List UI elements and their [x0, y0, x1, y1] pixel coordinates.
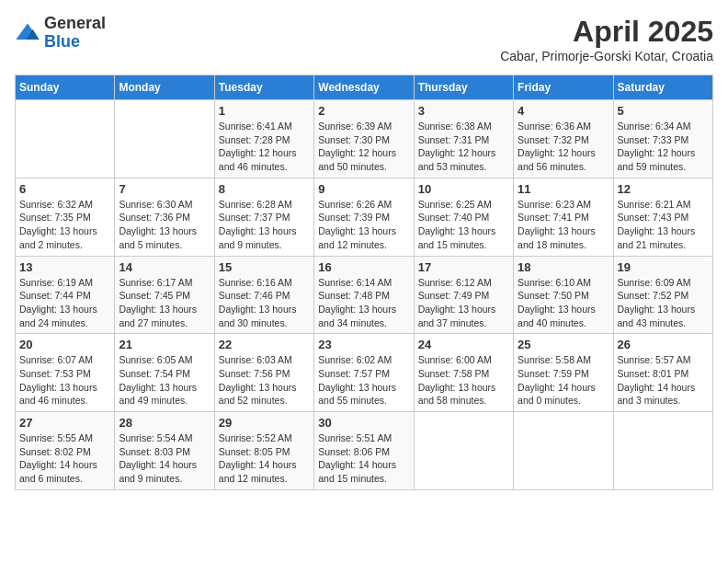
day-number: 26: [618, 338, 709, 351]
day-info-line: Sunrise: 6:28 AM: [219, 199, 292, 210]
day-info-line: Daylight: 13 hours and 55 minutes.: [318, 382, 396, 407]
calendar-cell: 6Sunrise: 6:32 AMSunset: 7:35 PMDaylight…: [16, 178, 115, 256]
day-info-line: Sunset: 7:50 PM: [518, 290, 589, 301]
calendar-cell: 3Sunrise: 6:38 AMSunset: 7:31 PMDaylight…: [414, 100, 513, 178]
day-info: Sunrise: 6:10 AMSunset: 7:50 PMDaylight:…: [518, 276, 609, 330]
day-info-line: Sunset: 7:41 PM: [518, 212, 589, 223]
logo-general: General: [44, 15, 106, 33]
day-number: 25: [518, 338, 609, 351]
calendar-cell: 29Sunrise: 5:52 AMSunset: 8:05 PMDayligh…: [214, 412, 313, 490]
day-info-line: Daylight: 13 hours and 43 minutes.: [618, 304, 696, 328]
day-info-line: Sunset: 8:01 PM: [618, 368, 689, 379]
day-info-line: Sunrise: 6:26 AM: [318, 199, 392, 210]
calendar-body: 1Sunrise: 6:41 AMSunset: 7:28 PMDaylight…: [16, 100, 713, 490]
calendar-week-5: 27Sunrise: 5:55 AMSunset: 8:02 PMDayligh…: [16, 412, 713, 490]
day-info-line: Daylight: 13 hours and 21 minutes.: [618, 225, 696, 250]
day-info-line: Daylight: 13 hours and 46 minutes.: [19, 382, 97, 407]
day-info-line: Daylight: 13 hours and 40 minutes.: [518, 304, 596, 328]
calendar-cell: 14Sunrise: 6:17 AMSunset: 7:45 PMDayligh…: [115, 256, 214, 334]
day-info: Sunrise: 6:14 AMSunset: 7:48 PMDaylight:…: [318, 276, 409, 330]
day-info-line: Sunset: 7:49 PM: [418, 290, 490, 301]
day-number: 1: [219, 104, 310, 118]
day-number: 9: [318, 182, 409, 196]
day-info-line: Sunrise: 5:51 AM: [318, 432, 392, 443]
day-info: Sunrise: 5:54 AMSunset: 8:03 PMDaylight:…: [119, 431, 210, 486]
day-info-line: Sunset: 7:58 PM: [418, 368, 490, 379]
calendar-cell: 13Sunrise: 6:19 AMSunset: 7:44 PMDayligh…: [16, 256, 115, 334]
calendar-cell: 7Sunrise: 6:30 AMSunset: 7:36 PMDaylight…: [115, 178, 214, 256]
day-info: Sunrise: 6:36 AMSunset: 7:32 PMDaylight:…: [518, 120, 609, 174]
calendar-cell: 5Sunrise: 6:34 AMSunset: 7:33 PMDaylight…: [613, 100, 712, 178]
day-info-line: Sunset: 7:33 PM: [618, 134, 689, 145]
calendar-cell: [414, 412, 513, 490]
col-sunday: Sunday: [16, 75, 115, 100]
day-info: Sunrise: 6:39 AMSunset: 7:30 PMDaylight:…: [318, 120, 409, 174]
day-info-line: Sunset: 7:36 PM: [119, 212, 190, 223]
day-info-line: Daylight: 14 hours and 0 minutes.: [518, 382, 596, 407]
day-info-line: Sunrise: 6:14 AM: [318, 277, 392, 288]
day-number: 21: [119, 338, 210, 351]
day-info-line: Daylight: 12 hours and 59 minutes.: [618, 147, 696, 172]
calendar-cell: 12Sunrise: 6:21 AMSunset: 7:43 PMDayligh…: [613, 178, 712, 256]
day-info-line: Sunset: 8:05 PM: [219, 446, 290, 457]
day-number: 2: [318, 104, 409, 118]
day-info-line: Sunset: 7:37 PM: [219, 212, 290, 223]
calendar-cell: 26Sunrise: 5:57 AMSunset: 8:01 PMDayligh…: [613, 334, 712, 412]
day-info-line: Sunrise: 6:17 AM: [119, 277, 192, 288]
day-number: 22: [219, 338, 310, 351]
day-info-line: Sunset: 7:44 PM: [19, 290, 91, 301]
header-row: Sunday Monday Tuesday Wednesday Thursday…: [16, 75, 713, 100]
day-info: Sunrise: 6:34 AMSunset: 7:33 PMDaylight:…: [618, 120, 709, 174]
day-info-line: Daylight: 13 hours and 9 minutes.: [219, 225, 297, 250]
day-info-line: Daylight: 14 hours and 9 minutes.: [119, 459, 197, 484]
day-info-line: Daylight: 13 hours and 37 minutes.: [418, 304, 496, 328]
day-info-line: Sunset: 7:56 PM: [219, 368, 290, 379]
day-info-line: Sunset: 7:32 PM: [518, 134, 589, 145]
location-subtitle: Cabar, Primorje-Gorski Kotar, Croatia: [500, 49, 713, 63]
day-number: 12: [618, 182, 709, 196]
calendar-week-3: 13Sunrise: 6:19 AMSunset: 7:44 PMDayligh…: [16, 256, 713, 334]
day-info-line: Sunset: 7:43 PM: [618, 212, 689, 223]
day-info-line: Sunset: 7:45 PM: [119, 290, 190, 301]
day-info-line: Sunrise: 5:58 AM: [518, 354, 591, 365]
col-tuesday: Tuesday: [214, 75, 313, 100]
day-info-line: Sunset: 7:35 PM: [19, 212, 91, 223]
day-info-line: Daylight: 13 hours and 15 minutes.: [418, 225, 496, 250]
day-number: 15: [219, 260, 310, 274]
day-info: Sunrise: 6:38 AMSunset: 7:31 PMDaylight:…: [418, 120, 509, 174]
day-info-line: Sunset: 7:39 PM: [318, 212, 390, 223]
day-info: Sunrise: 5:57 AMSunset: 8:01 PMDaylight:…: [618, 353, 709, 408]
day-info-line: Daylight: 14 hours and 12 minutes.: [219, 459, 297, 484]
day-info: Sunrise: 6:25 AMSunset: 7:40 PMDaylight:…: [418, 198, 509, 252]
day-info: Sunrise: 6:00 AMSunset: 7:58 PMDaylight:…: [418, 353, 509, 408]
calendar-cell: [16, 100, 115, 178]
day-number: 14: [119, 260, 210, 274]
day-number: 16: [318, 260, 409, 274]
day-info-line: Sunrise: 5:55 AM: [19, 432, 93, 443]
calendar-cell: 20Sunrise: 6:07 AMSunset: 7:53 PMDayligh…: [16, 334, 115, 412]
day-info-line: Sunset: 7:46 PM: [219, 290, 290, 301]
col-saturday: Saturday: [613, 75, 712, 100]
day-info-line: Daylight: 14 hours and 15 minutes.: [318, 459, 396, 484]
day-info-line: Daylight: 14 hours and 3 minutes.: [618, 382, 696, 407]
day-info-line: Daylight: 13 hours and 18 minutes.: [518, 225, 596, 250]
day-number: 13: [19, 260, 110, 274]
day-info: Sunrise: 5:58 AMSunset: 7:59 PMDaylight:…: [518, 353, 609, 408]
logo-blue: Blue: [44, 33, 106, 52]
col-friday: Friday: [514, 75, 613, 100]
calendar-cell: 11Sunrise: 6:23 AMSunset: 7:41 PMDayligh…: [514, 178, 613, 256]
col-wednesday: Wednesday: [314, 75, 414, 100]
day-info-line: Daylight: 12 hours and 53 minutes.: [418, 147, 496, 172]
day-info-line: Daylight: 13 hours and 5 minutes.: [119, 225, 197, 250]
day-info-line: Daylight: 13 hours and 27 minutes.: [119, 304, 197, 328]
day-info-line: Sunrise: 6:05 AM: [119, 354, 192, 365]
day-info: Sunrise: 6:30 AMSunset: 7:36 PMDaylight:…: [119, 198, 210, 252]
day-info-line: Sunrise: 6:10 AM: [518, 277, 591, 288]
day-info: Sunrise: 6:07 AMSunset: 7:53 PMDaylight:…: [19, 353, 110, 408]
day-info: Sunrise: 6:19 AMSunset: 7:44 PMDaylight:…: [19, 276, 110, 330]
day-number: 10: [418, 182, 509, 196]
day-info-line: Sunrise: 6:32 AM: [19, 199, 93, 210]
day-info-line: Sunset: 7:48 PM: [318, 290, 390, 301]
day-number: 28: [119, 416, 210, 430]
day-number: 7: [119, 182, 210, 196]
